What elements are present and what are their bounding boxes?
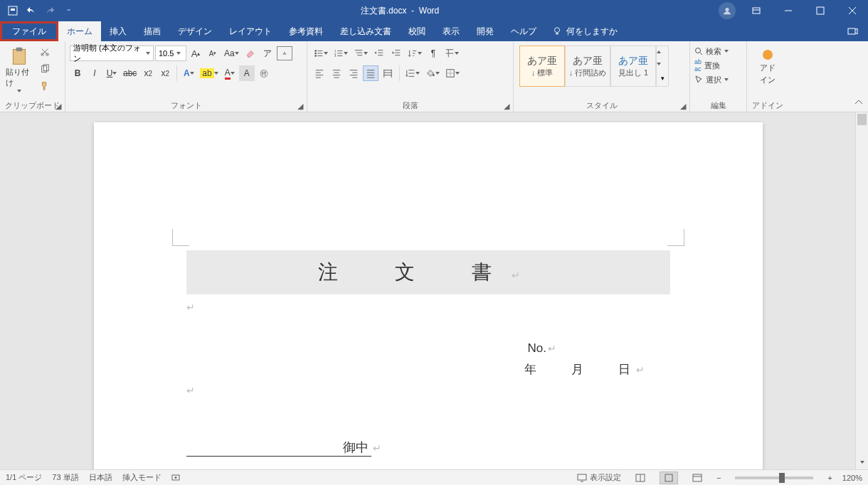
- doc-date-line: 年 月 日↵: [186, 361, 670, 378]
- style-gallery-scroll[interactable]: ▾: [656, 46, 669, 87]
- paste-button[interactable]: 貼り付け: [4, 44, 34, 95]
- justify-button[interactable]: [363, 65, 379, 81]
- asian-layout-button[interactable]: [443, 46, 461, 61]
- align-center-button[interactable]: [329, 65, 344, 81]
- character-shading-button[interactable]: A: [239, 65, 255, 81]
- tell-me-search[interactable]: 何をしますか: [545, 21, 625, 41]
- style-gallery[interactable]: あア亜 ↓ 標準 あア亜 ↓ 行間詰め あア亜 見出し 1 ▾: [519, 46, 669, 87]
- tab-draw[interactable]: 描画: [135, 21, 169, 41]
- view-read-mode[interactable]: [631, 471, 650, 484]
- zoom-in-button[interactable]: +: [827, 474, 832, 482]
- dialog-launcher-icon[interactable]: ◢: [502, 102, 511, 110]
- superscript-button[interactable]: x2: [157, 65, 173, 81]
- increase-indent-button[interactable]: [388, 46, 404, 61]
- tab-help[interactable]: ヘルプ: [502, 21, 545, 41]
- zoom-level[interactable]: 120%: [842, 474, 862, 482]
- grow-font-button[interactable]: A▴: [188, 46, 203, 61]
- enclose-characters-button[interactable]: A: [277, 46, 292, 60]
- line-spacing-button[interactable]: [403, 65, 422, 81]
- style-normal[interactable]: あア亜 ↓ 標準: [519, 46, 565, 87]
- view-print-layout[interactable]: [660, 471, 678, 484]
- tab-mailings[interactable]: 差し込み文書: [332, 21, 400, 41]
- document-page[interactable]: 注 文 書↵ ↵ No.↵ 年 月 日↵ ↵ 御中↵ ↵: [94, 122, 763, 469]
- dialog-launcher-icon[interactable]: ◢: [54, 102, 63, 110]
- bold-button[interactable]: B: [70, 65, 85, 81]
- document-content[interactable]: 注 文 書↵ ↵ No.↵ 年 月 日↵ ↵ 御中↵ ↵: [186, 250, 670, 469]
- tab-insert[interactable]: 挿入: [101, 21, 135, 41]
- format-painter-button[interactable]: [37, 78, 53, 94]
- dialog-launcher-icon[interactable]: ◢: [296, 102, 305, 110]
- shrink-font-button[interactable]: A▾: [205, 46, 221, 61]
- addins-button[interactable]: アド イン: [753, 46, 783, 88]
- vertical-scrollbar[interactable]: [855, 112, 868, 469]
- tab-home[interactable]: ホーム: [58, 21, 101, 41]
- decrease-indent-button[interactable]: [371, 46, 387, 61]
- scrollbar-thumb[interactable]: [857, 114, 867, 125]
- minimize-button[interactable]: [772, 0, 804, 21]
- qat-customize-icon[interactable]: ⁼: [63, 5, 74, 16]
- font-name-combo[interactable]: 游明朝 (本文のフォン: [70, 46, 154, 61]
- tab-layout[interactable]: レイアウト: [221, 21, 280, 41]
- replace-button[interactable]: abac置換: [694, 58, 720, 73]
- redo-icon[interactable]: [44, 5, 55, 16]
- zoom-slider[interactable]: [735, 476, 813, 479]
- align-right-button[interactable]: [346, 65, 361, 81]
- font-color-button[interactable]: A: [222, 65, 238, 81]
- dialog-launcher-icon[interactable]: ◢: [679, 102, 687, 110]
- select-button[interactable]: 選択: [694, 73, 729, 87]
- status-page[interactable]: 1/1 ページ: [6, 472, 42, 483]
- align-left-button[interactable]: [312, 65, 327, 81]
- highlight-button[interactable]: ab: [198, 65, 220, 81]
- tab-references[interactable]: 参考資料: [280, 21, 332, 41]
- text-effects-button[interactable]: A: [181, 65, 196, 81]
- zoom-slider-knob[interactable]: [779, 473, 785, 483]
- tab-review[interactable]: 校閲: [400, 21, 434, 41]
- italic-button[interactable]: I: [87, 65, 102, 81]
- status-word-count[interactable]: 73 単語: [52, 472, 78, 483]
- underline-button[interactable]: U: [104, 65, 120, 81]
- display-settings-button[interactable]: 表示設定: [577, 472, 621, 483]
- tab-view[interactable]: 表示: [434, 21, 468, 41]
- find-button[interactable]: 検索: [694, 44, 729, 58]
- zoom-out-button[interactable]: −: [716, 474, 721, 482]
- status-insert-mode[interactable]: 挿入モード: [122, 472, 162, 483]
- undo-icon[interactable]: [26, 5, 37, 16]
- autosave-icon[interactable]: [7, 5, 18, 16]
- share-button[interactable]: [837, 21, 868, 41]
- group-styles-label: スタイル: [586, 100, 618, 111]
- view-web-layout[interactable]: [688, 471, 706, 484]
- bullets-button[interactable]: [312, 46, 330, 61]
- sort-button[interactable]: [406, 46, 424, 61]
- copy-button[interactable]: [37, 61, 53, 77]
- enclose-char-button[interactable]: ㊕: [256, 65, 272, 81]
- macro-recording-icon[interactable]: [171, 473, 180, 483]
- maximize-button[interactable]: [804, 0, 836, 21]
- strikethrough-button[interactable]: abc: [121, 65, 139, 81]
- subscript-button[interactable]: x2: [140, 65, 156, 81]
- crop-mark-icon: [172, 229, 189, 246]
- close-button[interactable]: [836, 0, 868, 21]
- collapse-ribbon-icon[interactable]: [854, 97, 864, 110]
- style-nospacing[interactable]: あア亜 ↓ 行間詰め: [565, 46, 610, 87]
- change-case-button[interactable]: Aa: [222, 46, 241, 61]
- tab-file[interactable]: ファイル: [0, 21, 58, 41]
- shading-button[interactable]: [423, 65, 442, 81]
- tab-developer[interactable]: 開発: [468, 21, 502, 41]
- borders-button[interactable]: [443, 65, 462, 81]
- window-controls: [719, 0, 868, 21]
- scrollbar-down-icon[interactable]: [856, 457, 868, 468]
- show-marks-button[interactable]: ¶: [425, 46, 441, 61]
- font-size-combo[interactable]: 10.5: [155, 46, 186, 61]
- status-language[interactable]: 日本語: [89, 472, 112, 483]
- account-icon[interactable]: [719, 2, 736, 19]
- clear-formatting-button[interactable]: [243, 46, 258, 61]
- cut-button[interactable]: [37, 44, 53, 60]
- multilevel-list-button[interactable]: [351, 46, 370, 61]
- phonetic-guide-button[interactable]: ア: [260, 46, 275, 61]
- group-addins-label: アドイン: [752, 100, 783, 111]
- numbering-button[interactable]: 123: [332, 46, 350, 61]
- tab-design[interactable]: デザイン: [169, 21, 221, 41]
- distributed-button[interactable]: [380, 65, 396, 81]
- style-heading1[interactable]: あア亜 見出し 1: [610, 46, 656, 87]
- ribbon-display-options[interactable]: [740, 0, 772, 21]
